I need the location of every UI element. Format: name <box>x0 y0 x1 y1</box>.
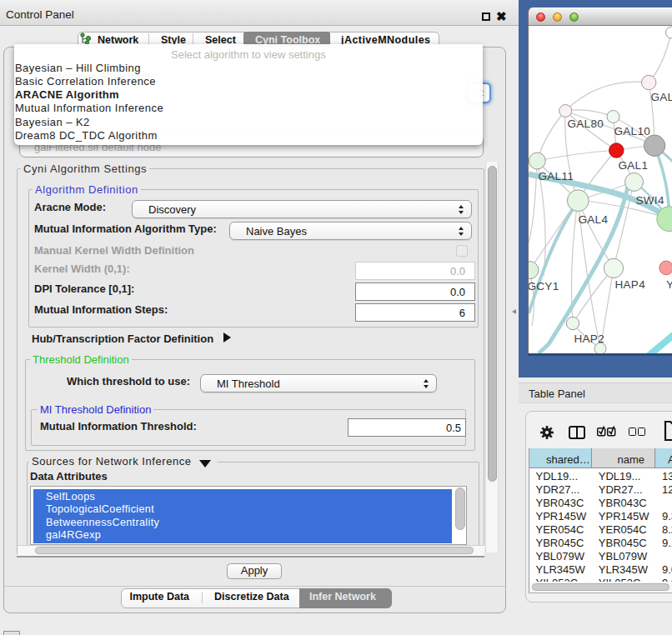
svg-text:GAL11: GAL11 <box>539 170 574 182</box>
svg-text:Y: Y <box>666 278 672 291</box>
svg-text:SWI4: SWI4 <box>636 194 664 207</box>
svg-text:HAP2: HAP2 <box>574 332 604 345</box>
svg-text:GAL1: GAL1 <box>619 159 649 172</box>
svg-text:GCY1: GCY1 <box>529 280 559 292</box>
svg-text:GAL10: GAL10 <box>614 125 651 138</box>
svg-text:GAL: GAL <box>651 91 672 103</box>
svg-text:GAL4: GAL4 <box>579 213 609 226</box>
svg-text:GAL80: GAL80 <box>568 118 604 130</box>
svg-text:HAP4: HAP4 <box>615 278 646 291</box>
